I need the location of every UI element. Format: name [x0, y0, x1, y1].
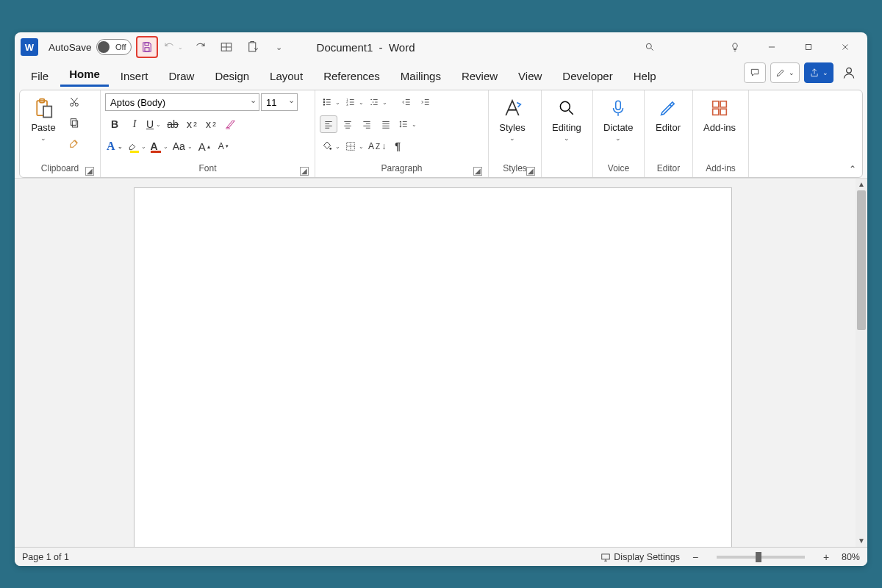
tab-design[interactable]: Design [206, 67, 258, 87]
tab-view[interactable]: View [509, 67, 551, 87]
autosave-toggle[interactable]: Off [96, 39, 132, 55]
cut-button[interactable] [65, 93, 83, 111]
tab-file[interactable]: File [22, 67, 57, 87]
svg-point-22 [560, 101, 570, 111]
svg-rect-26 [713, 109, 719, 115]
highlight-button[interactable]: ⌄ [126, 137, 148, 155]
sort-button[interactable]: AZ↓ [367, 137, 387, 155]
tab-references[interactable]: References [315, 67, 389, 87]
styles-button[interactable]: Styles⌄ [493, 93, 531, 162]
underline-button[interactable]: U⌄ [145, 115, 162, 133]
align-right-button[interactable] [358, 115, 376, 133]
tab-mailings[interactable]: Mailings [392, 67, 450, 87]
zoom-slider[interactable] [717, 556, 805, 559]
change-case-button[interactable]: Aa⌄ [171, 137, 194, 155]
qat-clipboard-sync-icon[interactable] [242, 36, 264, 58]
svg-rect-5 [806, 45, 811, 50]
svg-rect-28 [602, 553, 610, 559]
line-spacing-button[interactable]: ⌄ [396, 115, 418, 133]
word-window: W AutoSave Off ⌄ ⌄ Document1 - Word File… [15, 32, 867, 566]
title-bar: W AutoSave Off ⌄ ⌄ Document1 - Word [15, 32, 867, 62]
group-addins: Add-ins Add-ins [693, 90, 749, 177]
help-lightbulb-icon[interactable] [719, 34, 751, 60]
italic-button[interactable]: I [126, 115, 143, 133]
minimize-button[interactable] [756, 34, 788, 60]
tab-help[interactable]: Help [625, 67, 665, 87]
toggle-knob [98, 41, 110, 53]
document-page[interactable] [134, 187, 732, 547]
increase-indent-button[interactable] [417, 93, 434, 111]
zoom-out-button[interactable]: − [689, 551, 702, 563]
word-app-icon: W [21, 38, 38, 56]
shrink-font-button[interactable]: A▾ [215, 137, 232, 155]
addins-button[interactable]: Add-ins [698, 93, 742, 162]
dictate-button[interactable]: Dictate⌄ [598, 93, 639, 162]
font-color-button[interactable]: A⌄ [149, 137, 170, 155]
clipboard-launcher[interactable]: ◢ [85, 167, 94, 176]
shading-button[interactable]: ⌄ [320, 137, 342, 155]
superscript-button[interactable]: x2 [202, 115, 220, 133]
justify-button[interactable] [377, 115, 395, 133]
borders-button[interactable]: ⌄ [343, 137, 365, 155]
align-center-button[interactable] [339, 115, 356, 133]
paste-button[interactable]: Paste ⌄ [24, 93, 62, 162]
svg-rect-24 [713, 101, 719, 107]
comments-button[interactable] [744, 62, 766, 83]
text-effects-button[interactable]: A⌄ [105, 137, 124, 155]
share-button[interactable]: ⌄ [804, 62, 833, 83]
decrease-indent-button[interactable] [398, 93, 415, 111]
grow-font-button[interactable]: A▴ [196, 137, 213, 155]
search-button[interactable] [634, 34, 666, 60]
autosave-label: AutoSave [49, 42, 92, 53]
collapse-ribbon-button[interactable]: ⌃ [849, 164, 856, 174]
zoom-in-button[interactable]: + [820, 551, 833, 563]
numbering-button[interactable]: 123⌄ [343, 93, 365, 111]
svg-text:3: 3 [346, 103, 348, 107]
account-icon[interactable] [838, 62, 860, 84]
clipboard-group-label: Clipboard [41, 163, 79, 173]
bold-button[interactable]: B [105, 115, 124, 133]
scroll-down-icon[interactable]: ▼ [856, 535, 867, 547]
maximize-button[interactable] [792, 34, 825, 60]
vertical-scrollbar[interactable]: ▲ ▼ [856, 179, 867, 547]
copy-button[interactable] [65, 114, 83, 132]
redo-button[interactable] [189, 36, 211, 58]
multilevel-list-button[interactable]: ⌄ [367, 93, 389, 111]
show-marks-button[interactable]: ¶ [389, 137, 406, 155]
font-name-select[interactable] [105, 93, 259, 111]
editing-button[interactable]: Editing⌄ [546, 93, 587, 162]
align-left-button[interactable] [320, 115, 337, 133]
svg-rect-0 [145, 43, 148, 46]
scroll-up-icon[interactable]: ▲ [856, 179, 867, 190]
zoom-level[interactable]: 80% [842, 552, 860, 562]
scroll-thumb[interactable] [857, 190, 866, 330]
strikethrough-button[interactable]: ab [164, 115, 182, 133]
voice-group-label: Voice [608, 163, 629, 173]
tab-insert[interactable]: Insert [112, 67, 157, 87]
tab-home[interactable]: Home [60, 65, 109, 87]
styles-launcher[interactable]: ◢ [526, 167, 535, 176]
display-settings-button[interactable]: Display Settings [600, 552, 680, 562]
customize-qat-button[interactable]: ⌄ [268, 36, 290, 58]
close-button[interactable] [829, 34, 861, 60]
tab-draw[interactable]: Draw [159, 67, 203, 87]
paragraph-launcher[interactable]: ◢ [473, 167, 482, 176]
tab-developer[interactable]: Developer [553, 67, 621, 87]
font-size-select[interactable] [261, 93, 298, 111]
group-editing: Editing⌄ [542, 90, 593, 177]
addins-group-label: Add-ins [706, 163, 736, 173]
qat-grid-icon[interactable] [215, 36, 237, 58]
clear-formatting-button[interactable] [221, 115, 239, 133]
font-launcher[interactable]: ◢ [300, 167, 309, 176]
save-button[interactable] [136, 36, 158, 58]
tab-review[interactable]: Review [453, 67, 506, 87]
tab-layout[interactable]: Layout [261, 67, 312, 87]
bullets-button[interactable]: ⌄ [320, 93, 342, 111]
format-painter-button[interactable] [65, 135, 83, 152]
editing-mode-button[interactable]: ⌄ [770, 62, 800, 83]
editor-button[interactable]: Editor [649, 93, 687, 162]
subscript-button[interactable]: x2 [183, 115, 201, 133]
undo-button[interactable]: ⌄ [162, 36, 184, 58]
page-indicator[interactable]: Page 1 of 1 [22, 552, 69, 562]
paragraph-group-label: Paragraph [381, 163, 422, 173]
